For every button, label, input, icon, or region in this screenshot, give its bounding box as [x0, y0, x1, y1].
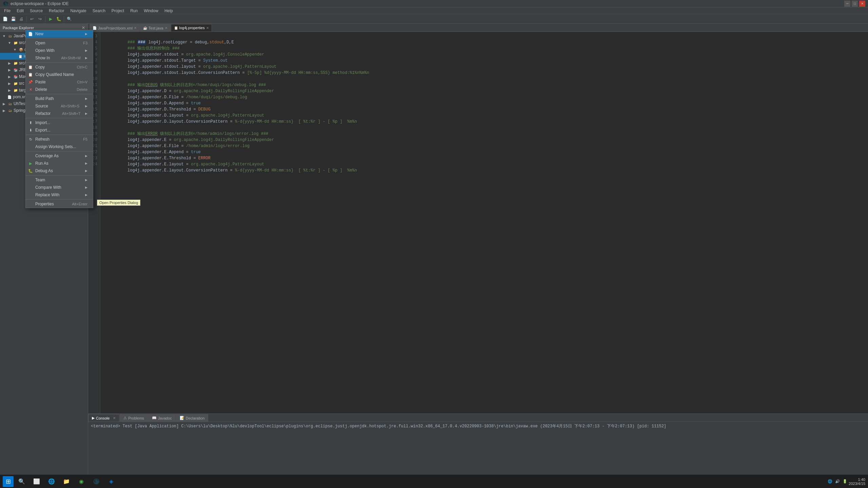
problems-icon: ⚠	[123, 416, 127, 420]
tab-close-icon[interactable]: ✕	[206, 26, 209, 30]
menu-help[interactable]: Help	[162, 8, 176, 14]
cm-separator	[26, 151, 93, 151]
bottom-tab-javadoc[interactable]: 📖 Javadoc	[148, 414, 176, 422]
cm-item-runas[interactable]: ▶ Run As	[26, 160, 93, 167]
tab-log4jprops[interactable]: 📋 log4j.properties ✕	[171, 24, 212, 32]
cm-item-copy[interactable]: 📋 Copy Ctrl+C	[26, 63, 93, 71]
tab-pomxml[interactable]: 📄 JavaProject/pom.xml ✕	[90, 24, 140, 32]
menu-run[interactable]: Run	[127, 8, 140, 14]
taskbar-taskview[interactable]: ⬜	[30, 475, 43, 488]
cm-item-delete[interactable]: ✕ Delete Delete	[26, 86, 93, 93]
code-token: stdout	[210, 40, 224, 45]
cm-item-new[interactable]: 📄 New	[26, 30, 93, 38]
cm-item-openwith[interactable]: Open With	[26, 47, 93, 54]
cm-item-source[interactable]: Source Alt+Shift+S	[26, 102, 93, 110]
cm-item-team[interactable]: Team	[26, 176, 93, 184]
menu-navigate[interactable]: Navigate	[67, 8, 89, 14]
cm-item-replacewith[interactable]: Replace With	[26, 191, 93, 199]
search-button[interactable]: 🔍	[65, 15, 73, 23]
code-token: log4j.appender.D.layout.ConversionPatter…	[127, 119, 235, 124]
cm-label: Source	[35, 104, 48, 108]
taskbar-explorer[interactable]: 📁	[60, 475, 73, 488]
menu-edit[interactable]: Edit	[14, 8, 26, 14]
props-icon: 📋	[18, 54, 23, 59]
code-content[interactable]: ### ### log4j.rootLogger = debug,stdout,…	[100, 32, 868, 413]
expand-icon: ▼	[7, 40, 12, 45]
tray-volume-icon: 🔊	[835, 479, 840, 484]
taskbar-eclipse[interactable]: 🌑	[90, 475, 103, 488]
print-button[interactable]: 🖨	[18, 15, 25, 23]
menu-window[interactable]: Window	[141, 8, 161, 14]
cm-shortcut: Alt+Enter	[72, 202, 87, 206]
window-controls[interactable]: ─ □ ✕	[844, 1, 865, 7]
cm-item-export[interactable]: ⬇ Export...	[26, 126, 93, 134]
cm-item-coverageas[interactable]: Coverage As	[26, 152, 93, 160]
menu-file[interactable]: File	[1, 8, 13, 14]
cm-item-properties[interactable]: Properties Alt+Enter Open Properties Dia…	[26, 200, 93, 208]
taskbar-clock[interactable]: 1:40 2023/4/15	[849, 477, 865, 486]
tab-close-icon[interactable]: ✕	[165, 26, 167, 30]
code-token: %-d{yyyy-MM-dd HH:mm:ss} [ %t:%r ] - [ %…	[235, 168, 357, 173]
cm-item-assignworkingsets[interactable]: Assign Working Sets...	[26, 143, 93, 150]
bottom-tab-declaration[interactable]: 📝 Declaration	[176, 414, 209, 422]
expand-icon: ▶	[7, 60, 12, 66]
menu-project[interactable]: Project	[109, 8, 127, 14]
tree-label: src	[19, 81, 24, 86]
cm-item-buildpath[interactable]: Build Path	[26, 95, 93, 102]
code-token: org.apache.log4j.PatternLayout	[203, 64, 276, 69]
taskbar-vscode[interactable]: ◈	[104, 475, 118, 488]
code-token-highlight: ###	[137, 40, 146, 45]
close-button[interactable]: ✕	[859, 1, 865, 7]
taskbar-search[interactable]: 🔍	[15, 475, 28, 488]
code-token: ### 输出	[127, 83, 145, 87]
cm-item-refactor[interactable]: Refactor Alt+Shift+T	[26, 110, 93, 117]
bottom-tab-console[interactable]: ▶ Console ✕	[88, 414, 119, 422]
tab-close-icon[interactable]: ✕	[134, 26, 137, 30]
cm-item-refresh[interactable]: ↻ Refresh F5	[26, 136, 93, 143]
menu-search[interactable]: Search	[90, 8, 108, 14]
cm-item-import[interactable]: ⬆ Import...	[26, 119, 93, 126]
bottom-tab-problems[interactable]: ⚠ Problems	[120, 414, 147, 422]
copyqualified-icon: 📋	[28, 73, 33, 77]
tab-java-icon: ☕	[143, 26, 147, 30]
code-token: 级别以上的日志到=	[158, 83, 195, 87]
redo-button[interactable]: ↪	[36, 15, 44, 23]
cm-shortcut: Ctrl+C	[77, 65, 87, 69]
code-line: ### 输出ERROR 级别以上的日志到=/home/admin/logs/er…	[103, 125, 865, 131]
code-token: log4j.rootLogger	[149, 40, 188, 45]
start-button[interactable]: ⊞	[3, 476, 14, 487]
new-button[interactable]: 📄	[1, 15, 9, 23]
tree-label: UhTest	[14, 101, 26, 106]
tray-network-icon: 🌐	[828, 479, 832, 484]
debug-button[interactable]: 🐛	[55, 15, 62, 23]
code-token: org.apache.log4j.ConsoleAppender	[186, 52, 264, 57]
save-button[interactable]: 💾	[9, 15, 17, 23]
code-line: ### 输出DEBUG 级别以上的日志到=/home/duqi/logs/deb…	[103, 76, 865, 82]
minimize-button[interactable]: ─	[844, 1, 850, 7]
tab-label: Javadoc	[158, 416, 172, 420]
cm-item-open[interactable]: Open F3	[26, 39, 93, 47]
cm-item-paste[interactable]: 📌 Paste Ctrl+V	[26, 78, 93, 86]
paste-icon: 📌	[28, 80, 33, 84]
cm-item-showin[interactable]: Show In Alt+Shift+W	[26, 54, 93, 62]
folder-icon: 📁	[13, 87, 18, 93]
cm-item-debugas[interactable]: 🐛 Debug As	[26, 167, 93, 175]
menu-refactor[interactable]: Refactor	[46, 8, 67, 14]
cm-item-comparewith[interactable]: Compare With	[26, 184, 93, 191]
cm-item-copyqualified[interactable]: 📋 Copy Qualified Name	[26, 71, 93, 78]
taskbar-edge[interactable]: 🌐	[45, 475, 58, 488]
menu-source[interactable]: Source	[27, 8, 45, 14]
undo-button[interactable]: ↩	[28, 15, 36, 23]
code-token: 级别以上的日志到=	[158, 131, 195, 136]
restore-button[interactable]: □	[852, 1, 858, 7]
taskbar-chrome[interactable]: ◉	[75, 475, 88, 488]
export-icon: ⬇	[28, 128, 33, 133]
tab-close[interactable]: ✕	[113, 416, 116, 420]
code-line: log4j.appender.stdout = org.apache.log4j…	[103, 45, 865, 52]
xml-icon: 📄	[7, 94, 12, 100]
run-button[interactable]: ▶	[47, 15, 54, 23]
tab-testjava[interactable]: ☕ Test.java ✕	[140, 24, 170, 32]
code-token: DEBUG	[145, 83, 158, 87]
console-icon: ▶	[92, 416, 95, 420]
package-explorer-close[interactable]: ✕	[82, 25, 85, 30]
